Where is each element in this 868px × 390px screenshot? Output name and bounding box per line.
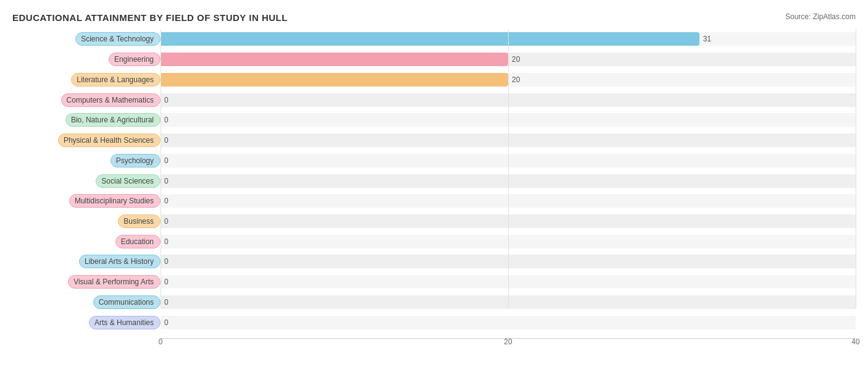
bar-value: 0 <box>164 257 169 266</box>
bar-label: Communications <box>12 295 161 309</box>
bar-wrapper: 0 <box>161 214 856 228</box>
bar-wrapper: 0 <box>161 194 856 208</box>
bar-label-pill: Social Sciences <box>96 174 161 188</box>
bar-fill <box>161 53 508 66</box>
bar-label: Science & Technology <box>12 32 161 46</box>
bar-value: 0 <box>164 237 169 246</box>
bar-value: 0 <box>164 177 169 185</box>
bar-label: Literature & Languages <box>12 73 161 87</box>
bar-wrapper: 0 <box>161 316 856 329</box>
bar-label: Education <box>12 235 161 248</box>
bar-wrapper: 0 <box>161 174 856 188</box>
bar-label-pill: Education <box>115 235 161 248</box>
bar-label-pill: Computers & Mathematics <box>61 93 161 107</box>
bar-label: Bio, Nature & Agricultural <box>12 113 161 127</box>
bar-label: Arts & Humanities <box>12 316 161 329</box>
bar-value: 20 <box>512 55 520 64</box>
bar-fill <box>161 73 508 87</box>
bar-row: Literature & Languages20 <box>12 69 856 90</box>
bar-wrapper: 31 <box>161 32 856 46</box>
bar-wrapper: 0 <box>161 134 856 147</box>
x-tick: 40 <box>851 337 859 346</box>
bar-row: Arts & Humanities0 <box>12 312 856 333</box>
bar-label-pill: Physical & Health Sciences <box>58 134 161 147</box>
bar-label: Computers & Mathematics <box>12 93 161 107</box>
bar-label: Social Sciences <box>12 174 161 188</box>
x-axis: 02040 <box>161 333 856 357</box>
chart-container: EDUCATIONAL ATTAINMENT BY FIELD OF STUDY… <box>0 0 868 390</box>
bar-row: Bio, Nature & Agricultural0 <box>12 110 856 130</box>
bar-wrapper: 20 <box>161 73 856 87</box>
bar-wrapper: 0 <box>161 255 856 268</box>
bar-wrapper: 0 <box>161 154 856 167</box>
bar-label: Multidisciplinary Studies <box>12 194 161 208</box>
bar-value: 0 <box>164 156 169 165</box>
bar-label-pill: Arts & Humanities <box>89 316 161 329</box>
bar-wrapper: 0 <box>161 295 856 309</box>
bar-wrapper: 0 <box>161 93 856 107</box>
chart-area: Science & Technology31Engineering20Liter… <box>12 29 856 357</box>
bar-value: 0 <box>164 217 169 226</box>
x-tick: 20 <box>504 337 512 346</box>
bar-row: Business0 <box>12 211 856 232</box>
bar-label: Physical & Health Sciences <box>12 134 161 147</box>
bar-wrapper: 20 <box>161 53 856 66</box>
bar-row: Psychology0 <box>12 150 856 171</box>
chart-source: Source: ZipAtlas.com <box>785 12 856 21</box>
bar-row: Education0 <box>12 231 856 252</box>
bar-value: 0 <box>164 298 169 307</box>
bar-label-pill: Communications <box>93 295 161 309</box>
bar-value: 0 <box>164 197 169 205</box>
bar-fill <box>161 32 699 46</box>
bar-row: Communications0 <box>12 292 856 313</box>
bar-row: Computers & Mathematics0 <box>12 90 856 110</box>
bar-label-pill: Business <box>118 214 161 228</box>
bar-label-pill: Science & Technology <box>75 32 161 46</box>
bar-row: Physical & Health Sciences0 <box>12 130 856 151</box>
bar-value: 0 <box>164 96 169 104</box>
bar-label: Liberal Arts & History <box>12 255 161 268</box>
bar-row: Liberal Arts & History0 <box>12 252 856 272</box>
bar-label-pill: Psychology <box>111 154 161 167</box>
bar-label: Visual & Performing Arts <box>12 275 161 289</box>
bar-label-pill: Engineering <box>109 53 161 66</box>
bar-row: Visual & Performing Arts0 <box>12 272 856 292</box>
bars-section: Science & Technology31Engineering20Liter… <box>12 29 856 333</box>
bar-label-pill: Literature & Languages <box>71 73 161 87</box>
bar-wrapper: 0 <box>161 235 856 248</box>
bar-label-pill: Visual & Performing Arts <box>68 275 161 289</box>
bar-row: Engineering20 <box>12 49 856 70</box>
bar-row: Science & Technology31 <box>12 29 856 49</box>
bar-label: Business <box>12 214 161 228</box>
bar-value: 0 <box>164 318 169 327</box>
bar-value: 20 <box>512 75 520 84</box>
bar-label: Psychology <box>12 154 161 167</box>
bar-row: Multidisciplinary Studies0 <box>12 191 856 211</box>
bar-value: 0 <box>164 116 169 124</box>
bar-label-pill: Multidisciplinary Studies <box>69 194 161 208</box>
bar-label-pill: Bio, Nature & Agricultural <box>65 113 161 127</box>
grid-line <box>856 29 856 308</box>
bar-wrapper: 0 <box>161 113 856 127</box>
bar-value: 0 <box>164 136 169 145</box>
bar-label: Engineering <box>12 53 161 66</box>
bar-label-pill: Liberal Arts & History <box>79 255 161 268</box>
bar-value: 0 <box>164 278 169 286</box>
bar-wrapper: 0 <box>161 275 856 289</box>
bar-row: Social Sciences0 <box>12 171 856 191</box>
bar-value: 31 <box>703 35 711 43</box>
x-tick: 0 <box>159 337 163 346</box>
chart-title: EDUCATIONAL ATTAINMENT BY FIELD OF STUDY… <box>12 12 856 23</box>
